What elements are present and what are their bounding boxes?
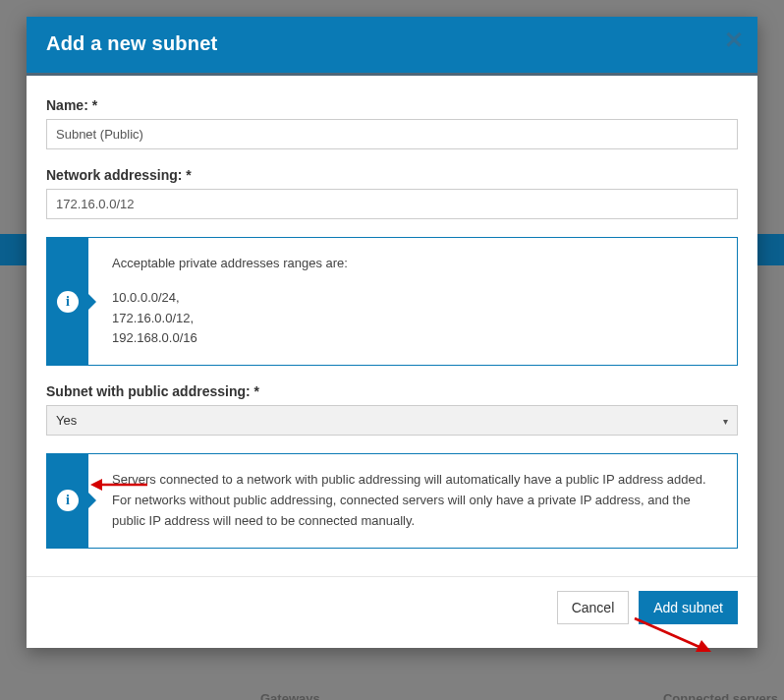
name-label: Name: * (46, 97, 738, 113)
cancel-button[interactable]: Cancel (557, 591, 630, 624)
close-icon[interactable]: ✕ (724, 29, 744, 52)
public-addressing-label: Subnet with public addressing: * (46, 383, 738, 399)
public-addressing-select[interactable]: Yes (46, 405, 738, 436)
callout1-range-3: 192.168.0.0/16 (112, 328, 348, 349)
callout1-range-1: 10.0.0.0/24, (112, 288, 348, 309)
modal-title: Add a new subnet (46, 32, 738, 55)
network-addressing-input[interactable] (46, 189, 738, 219)
network-addressing-label: Network addressing: * (46, 167, 738, 183)
callout2-text: Servers connected to a network with publ… (88, 454, 737, 547)
info-icon: i (47, 238, 88, 365)
modal-footer: Cancel Add subnet (27, 576, 757, 648)
callout1-range-2: 172.16.0.0/12, (112, 309, 348, 329)
modal-header: Add a new subnet ✕ (27, 17, 757, 73)
public-addressing-callout: i Servers connected to a network with pu… (46, 453, 738, 548)
bg-label-connected-servers: Connected servers (663, 691, 778, 700)
info-icon: i (47, 454, 88, 547)
bg-label-gateways: Gateways (260, 691, 320, 700)
add-subnet-modal: Add a new subnet ✕ Name: * Network addre… (27, 17, 757, 648)
name-input[interactable] (46, 119, 738, 149)
add-subnet-button[interactable]: Add subnet (639, 591, 738, 624)
callout1-intro: Acceptable private addresses ranges are: (112, 254, 348, 274)
address-ranges-callout: i Acceptable private addresses ranges ar… (46, 237, 738, 366)
